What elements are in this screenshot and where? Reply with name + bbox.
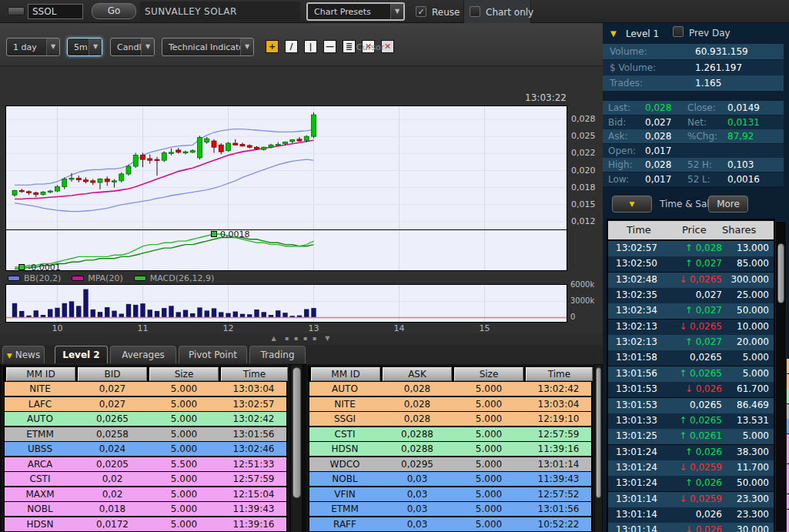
timeframe-dropdown[interactable]: 1 day ▼ (6, 38, 60, 56)
time-sales-header-shares[interactable]: Shares (722, 224, 756, 236)
bid-table-scrollbar[interactable] (290, 364, 303, 532)
volume-chart[interactable] (6, 285, 567, 322)
bid-row[interactable]: ETMM0,02585.00013:01:56 (5, 427, 286, 442)
go-button[interactable]: Go (92, 3, 136, 19)
ask-header-size[interactable]: Size (454, 367, 523, 381)
time-sales-row[interactable]: 13:01:24↑ 0,02650.000 (608, 476, 774, 491)
tab-trading[interactable]: Trading (249, 346, 306, 363)
level1-quote-row: Low:0,01752 L:0,0016 (603, 172, 784, 186)
trade-shares: 61.700 (737, 383, 769, 394)
bid-header-time[interactable]: Time (221, 367, 288, 381)
time-cell: 13:02:42 (221, 412, 286, 427)
bid-row[interactable]: UBSS0,0245.00013:02:46 (5, 442, 286, 457)
add-indicator-icon[interactable]: + (266, 40, 279, 53)
time-sales-row[interactable]: 13:01:140,02623.300 (608, 507, 774, 523)
quote-label: Last: (608, 102, 630, 113)
menu-icon[interactable] (8, 7, 25, 15)
ask-table-scrollbar[interactable] (594, 364, 603, 532)
time-sales-row[interactable]: 13:01:24↑ 0,02638.300 (608, 445, 774, 460)
fibonacci-lines-icon[interactable]: ≣ (343, 40, 356, 53)
ask-row[interactable]: SSGI0,0285.00012:19:10 (309, 412, 591, 427)
macd-chart[interactable]: -0,00010,0018 (6, 229, 567, 270)
ask-row[interactable]: AUTO0,0285.00013:02:42 (309, 382, 591, 396)
time-sales-row[interactable]: 13:01:14↓ 0,025923.300 (608, 492, 774, 507)
ask-row[interactable]: ETMM0,035.00013:01:56 (309, 502, 591, 517)
time-sales-row[interactable]: 13:02:350,02725.000 (608, 288, 774, 303)
time-sales-row[interactable]: 13:02:57↑ 0,02813.000 (608, 241, 774, 256)
tab-level-2[interactable]: Level 2 (55, 346, 108, 363)
size-cell: 5.000 (454, 382, 523, 396)
scroll-up-icon[interactable]: ▲ (272, 335, 278, 342)
tab-averages[interactable]: Averages (110, 346, 176, 363)
time-sales-row[interactable]: 13:01:33↑ 0,026513.531 (608, 413, 774, 429)
time-sales-row[interactable]: 13:01:56↑ 0,02655.000 (608, 366, 774, 382)
bid-header-size[interactable]: Size (149, 367, 219, 381)
mm-id-cell: NITE (6, 382, 74, 396)
bid-row[interactable]: NITE0,0275.00013:03:04 (5, 382, 286, 396)
time-cell: 11:39:16 (526, 442, 591, 457)
ask-row[interactable]: RAFF0,035.00010:52:22 (309, 517, 591, 532)
time-sales-row[interactable]: 13:02:34↑ 0,02750.000 (608, 303, 774, 319)
time-tick-label: 11 (130, 323, 156, 333)
tab-pivot-point[interactable]: Pivot Point (179, 346, 247, 363)
time-sales-row[interactable]: 13:02:13↑ 0,02720.000 (608, 335, 774, 350)
time-sales-row[interactable]: 13:01:24↓ 0,025911.700 (608, 460, 774, 476)
time-sales-row[interactable]: 13:02:13↓ 0,026510.000 (608, 320, 774, 335)
time-sales-header-price[interactable]: Price (682, 224, 707, 236)
bid-row[interactable]: NOBL0,0185.00011:39:43 (5, 502, 286, 517)
chart-style-dropdown[interactable]: Candle ▼ (110, 38, 155, 56)
trade-time: 13:02:13 (616, 321, 657, 332)
bid-row[interactable]: LAFC0,0275.00013:02:57 (5, 397, 286, 412)
tab-label: Pivot Point (179, 350, 246, 360)
time-sales-row[interactable]: 13:01:25↑ 0,02615.000 (608, 429, 774, 444)
time-sales-row[interactable]: 13:01:53↓ 0,02661.700 (608, 382, 774, 397)
candlestick-chart[interactable] (6, 106, 567, 229)
time-sales-more-button[interactable]: More (708, 196, 748, 212)
ask-row[interactable]: NITE0,0285.00013:03:04 (309, 397, 591, 412)
bid-row[interactable]: AUTO0,02655.00013:02:42 (5, 412, 286, 427)
ask-header-ask[interactable]: ASK (383, 367, 452, 381)
interval-dropdown[interactable]: 5m ▼ (67, 38, 102, 56)
time-sales-row[interactable]: 13:01:14↓ 0,02630.000 (608, 523, 774, 532)
level1-collapse-icon[interactable]: ▼ (610, 29, 617, 38)
time-tick-label: 10 (45, 323, 71, 333)
trade-price: 0,027 (660, 289, 722, 300)
ask-header-time[interactable]: Time (526, 367, 593, 381)
trend-line-icon[interactable]: / (285, 40, 298, 53)
vertical-line-icon[interactable]: | (304, 40, 317, 53)
ask-row[interactable]: WDCO0,02955.00013:01:14 (309, 457, 591, 472)
tab-news[interactable]: ▼News (2, 346, 45, 363)
time-sales-header-time[interactable]: Time (627, 224, 651, 236)
ask-row[interactable]: HDSN0,02885.00011:39:16 (309, 442, 591, 457)
prev-day-checkbox[interactable] (673, 26, 684, 37)
level1-stat-row: $ Volume:1.261.197 (603, 60, 784, 75)
ask-row[interactable]: CSTI0,02885.00012:57:59 (309, 427, 591, 442)
ask-row[interactable]: NOBL0,035.00011:39:43 (309, 472, 591, 487)
chart-only-checkbox[interactable] (470, 6, 480, 17)
horizontal-line-icon[interactable]: — (323, 40, 336, 53)
bid-row[interactable]: HDSN0,01725.00011:39:16 (5, 517, 286, 532)
chart-presets-dropdown[interactable]: Chart Presets ▼ (306, 2, 405, 21)
bid-row[interactable]: MAXM0,025.00012:15:04 (5, 487, 286, 502)
time-sales-dropdown[interactable]: ▼ (612, 196, 652, 212)
time-sales-row[interactable]: 13:01:580,02655.000 (608, 350, 774, 366)
time-sales-row[interactable]: 13:02:50↑ 0,02785.000 (608, 256, 774, 272)
time-cell: 13:02:57 (221, 397, 286, 412)
ask-header-mm-id[interactable]: MM ID (311, 367, 380, 381)
reuse-checkbox[interactable]: ✓ (416, 6, 426, 17)
time-sales-row[interactable]: 13:01:530,026586.469 (608, 398, 774, 413)
mm-id-cell: MAXM (6, 487, 74, 502)
time-sales-row[interactable]: 13:02:48↓ 0,0265300.000 (608, 273, 774, 288)
legend-item: MACD(26,12,9) (134, 273, 215, 283)
news-triangle-icon: ▼ (7, 352, 12, 360)
bid-header-bid[interactable]: BID (78, 367, 147, 381)
bid-header-mm-id[interactable]: MM ID (6, 367, 75, 381)
time-cell: 12:51:33 (221, 457, 286, 472)
ask-row[interactable]: VFIN0,035.00012:57:52 (309, 487, 591, 502)
time-sales-scrollbar[interactable] (775, 221, 787, 532)
scroll-down-icon[interactable]: ▼ (325, 335, 331, 342)
technical-indicators-dropdown[interactable]: Technical Indicators ▼ (162, 38, 254, 56)
bid-row[interactable]: CSTI0,025.00012:57:59 (5, 472, 286, 487)
symbol-input[interactable] (28, 4, 83, 19)
bid-row[interactable]: ARCA0,02055.50012:51:33 (5, 457, 286, 472)
